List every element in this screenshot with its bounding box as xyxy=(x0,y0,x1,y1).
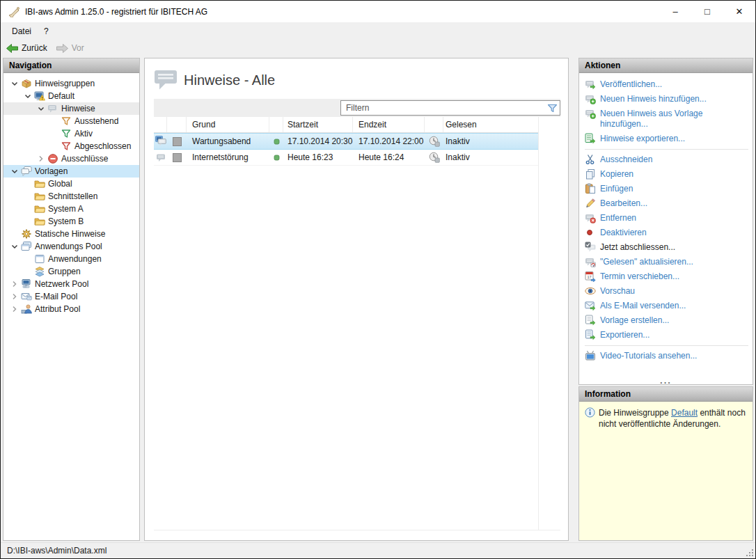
tree-item-label: Hinweise xyxy=(59,104,95,113)
action-neuen-hinweis-hinzufügen[interactable]: Neuen Hinweis hinzufügen... xyxy=(583,92,750,107)
table-row-wartungsabend[interactable]: Wartungsabend17.10.2014 20:3017.10.2014 … xyxy=(154,133,539,150)
forward-button-label: Vor xyxy=(72,43,84,53)
table-header-row[interactable]: GrundStartzeitEndzeitGelesen xyxy=(154,117,539,133)
action-kopieren[interactable]: Kopieren xyxy=(583,167,750,182)
tree-item-system-a[interactable]: System A xyxy=(3,203,139,215)
filter-funnel-icon[interactable] xyxy=(547,103,560,113)
groups-icon xyxy=(34,266,46,277)
action-einfügen[interactable]: Einfügen xyxy=(583,182,750,196)
action-bearbeiten[interactable]: Bearbeiten... xyxy=(583,196,750,211)
export-icon xyxy=(585,329,596,340)
tree-item-anwendungen[interactable]: Anwendungen xyxy=(3,253,139,265)
tree-item-abgeschlossen[interactable]: Abgeschlossen xyxy=(3,140,139,152)
action-ausschneiden[interactable]: Ausschneiden xyxy=(583,152,750,167)
hint-groups-icon xyxy=(21,78,33,89)
tree-item-ausschlüsse[interactable]: Ausschlüsse xyxy=(3,152,139,165)
maximize-button[interactable]: □ xyxy=(691,1,723,22)
tree-item-label: System B xyxy=(46,216,84,226)
resize-grip-icon[interactable] xyxy=(746,549,754,557)
action-label: Als E-Mail versenden... xyxy=(600,301,686,311)
filter-input[interactable] xyxy=(341,102,547,114)
column-header-icon[interactable] xyxy=(269,117,283,132)
hint-group-default-link[interactable]: Default xyxy=(671,408,698,418)
tree-item-schnittstellen[interactable]: Schnittstellen xyxy=(3,190,139,203)
column-header-gelesen[interactable]: Gelesen xyxy=(443,117,539,132)
tree-item-statische-hinweise[interactable]: Statische Hinweise xyxy=(3,228,139,240)
chevron-right-icon[interactable] xyxy=(8,291,21,302)
chevron-down-icon[interactable] xyxy=(8,78,21,89)
tree-item-system-b[interactable]: System B xyxy=(3,215,139,228)
action-hinweise-exportieren[interactable]: Hinweise exportieren... xyxy=(583,132,750,146)
finish-now-icon xyxy=(585,242,596,253)
action-vorschau[interactable]: Vorschau xyxy=(583,284,750,299)
action-veröffentlichen[interactable]: Veröffentlichen... xyxy=(583,77,750,92)
chevron-down-icon[interactable] xyxy=(8,166,21,177)
action-label: Vorschau xyxy=(600,286,635,297)
action-vorlage-erstellen[interactable]: Vorlage erstellen... xyxy=(583,313,750,328)
cell-grund: Wartungsabend xyxy=(187,134,269,149)
tree-item-default[interactable]: Default xyxy=(3,90,139,102)
hint-bubble-icon xyxy=(47,103,59,114)
tree-item-ausstehend[interactable]: Ausstehend xyxy=(3,115,139,127)
action-entfernen[interactable]: Entfernen xyxy=(583,211,750,226)
tree-item-label: Anwendungs Pool xyxy=(33,242,102,251)
cell-startzeit: 17.10.2014 20:30 xyxy=(283,134,353,149)
column-header-grund[interactable]: Grund xyxy=(187,117,269,132)
tree-item-e-mail-pool[interactable]: E-Mail Pool xyxy=(3,290,139,303)
action-jetzt-abschliessen[interactable]: Jetzt abschliessen... xyxy=(583,240,750,255)
tree-item-aktiv[interactable]: Aktiv xyxy=(3,127,139,140)
reschedule-icon: 17 xyxy=(585,271,596,282)
actions-list: Veröffentlichen...Neuen Hinweis hinzufüg… xyxy=(579,73,753,384)
tree-item-hinweisgruppen[interactable]: Hinweisgruppen xyxy=(3,77,139,90)
toolbar: Zurück Vor xyxy=(1,40,755,56)
hint-gray-icon xyxy=(154,150,167,165)
chevron-right-icon[interactable] xyxy=(8,304,21,315)
hints-large-icon xyxy=(154,69,179,91)
svg-text:17: 17 xyxy=(587,275,591,279)
action-termin-verschieben[interactable]: 17Termin verschieben... xyxy=(583,269,750,284)
action-exportieren[interactable]: Exportieren... xyxy=(583,328,750,343)
menu-item-datei[interactable]: Datei xyxy=(6,24,38,38)
forward-button[interactable]: Vor xyxy=(56,43,84,54)
panel-splitter-grip[interactable]: ... xyxy=(579,378,753,384)
minimize-button[interactable]: – xyxy=(659,1,691,22)
table-row-internetstörung[interactable]: InternetstörungHeute 16:23Heute 16:24Ina… xyxy=(154,150,539,166)
action-deaktivieren[interactable]: Deaktivieren xyxy=(583,226,750,240)
column-header-endzeit[interactable]: Endzeit xyxy=(353,117,425,132)
deactivate-icon xyxy=(585,227,596,238)
network-icon xyxy=(21,278,33,290)
action-als-e-mail-versenden[interactable]: Als E-Mail versenden... xyxy=(583,299,750,313)
tree-item-global[interactable]: Global xyxy=(3,178,139,190)
back-button[interactable]: Zurück xyxy=(6,43,47,54)
chevron-down-icon[interactable] xyxy=(21,90,34,102)
action-label: Neuen Hinweis aus Vorlage hinzufügen... xyxy=(600,109,750,129)
tree-item-gruppen[interactable]: Gruppen xyxy=(3,265,139,278)
column-header-startzeit[interactable]: Startzeit xyxy=(283,117,353,132)
actions-separator xyxy=(585,345,748,346)
column-header-icon[interactable] xyxy=(167,117,187,132)
action-label: Hinweise exportieren... xyxy=(600,134,685,144)
column-header-icon[interactable] xyxy=(154,117,167,132)
title-bar: IBI-aws Admin 1.25.0 - registriert für I… xyxy=(1,1,755,22)
tree-item-hinweise[interactable]: Hinweise xyxy=(3,102,139,115)
information-header: Information xyxy=(579,387,753,402)
close-button[interactable]: ✕ xyxy=(723,1,755,22)
tree-item-netzwerk-pool[interactable]: Netzwerk Pool xyxy=(3,278,139,290)
action-neuen-hinweis-aus-vorlage-hinzufügen[interactable]: Neuen Hinweis aus Vorlage hinzufügen... xyxy=(583,107,750,132)
tree-item-label: Gruppen xyxy=(46,267,81,276)
column-header-icon[interactable] xyxy=(425,117,443,132)
back-arrow-icon xyxy=(6,43,19,54)
action-label: Vorlage erstellen... xyxy=(600,315,669,326)
navigation-tree: HinweisgruppenDefaultHinweiseAusstehendA… xyxy=(3,73,139,540)
action-gelesen-aktualisieren[interactable]: "Gelesen" aktualisieren... xyxy=(583,255,750,269)
action-video-tutorials-ansehen[interactable]: Video-Tutorials ansehen... xyxy=(583,349,750,363)
chevron-down-icon[interactable] xyxy=(8,241,21,252)
menu-item-help[interactable]: ? xyxy=(38,24,55,38)
tree-item-vorlagen[interactable]: Vorlagen xyxy=(3,165,139,178)
actions-panel: Aktionen Veröffentlichen...Neuen Hinweis… xyxy=(578,58,753,385)
chevron-right-icon[interactable] xyxy=(34,153,47,164)
tree-item-attribut-pool[interactable]: Attribut Pool xyxy=(3,303,139,315)
chevron-right-icon[interactable] xyxy=(8,278,21,290)
tree-item-anwendungs-pool[interactable]: Anwendungs Pool xyxy=(3,240,139,253)
chevron-down-icon[interactable] xyxy=(34,103,47,114)
